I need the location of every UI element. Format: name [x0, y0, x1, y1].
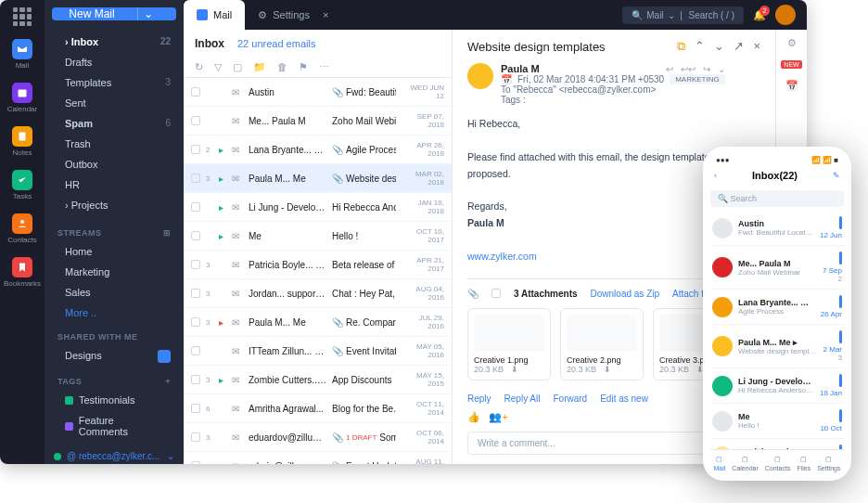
phone-row[interactable]: AustinFwd: Beautiful Locations12 Jun	[710, 211, 844, 246]
refresh-icon[interactable]: ↻	[195, 61, 203, 73]
checkbox[interactable]	[191, 231, 200, 240]
calendar-icon[interactable]: 📅	[785, 80, 798, 92]
checkbox[interactable]	[191, 260, 200, 269]
checkbox[interactable]	[191, 404, 200, 413]
tab-settings[interactable]: ⚙Settings×	[245, 0, 341, 30]
download-zip[interactable]: Download as Zip	[591, 289, 659, 299]
shared-item[interactable]: Designs	[45, 345, 184, 368]
phone-nav-settings[interactable]: ▢Settings	[817, 456, 840, 471]
folder-hr[interactable]: HR	[45, 174, 184, 195]
close-icon[interactable]: ×	[323, 9, 328, 20]
checkbox[interactable]	[191, 87, 200, 97]
rail-bookmarks[interactable]: Bookmarks	[4, 257, 41, 288]
more-link[interactable]: More ..	[45, 303, 184, 323]
phone-nav-contacts[interactable]: ▢Contacts	[765, 456, 791, 471]
rail-contacts[interactable]: Contacts	[7, 213, 37, 244]
mail-row[interactable]: 3▸✉Patricia Boyle... MeBeta release of a…	[184, 251, 452, 279]
checkbox[interactable]	[191, 202, 200, 212]
mail-row[interactable]: ▸✉ITTeam Zillun... Me📎Event Invitation -…	[184, 337, 452, 366]
rail-calendar[interactable]: Calendar	[7, 83, 37, 113]
folder-icon[interactable]: 📁	[253, 61, 266, 73]
phone-row[interactable]: MeHello !10 Oct	[710, 404, 844, 439]
phone-row[interactable]: Me... Paula MZoho Mail Webinar7 Sep2	[710, 246, 844, 290]
reply-icon[interactable]: ↩	[666, 64, 673, 74]
folder-outbox[interactable]: Outbox	[45, 154, 184, 174]
tab-mail[interactable]: Mail	[184, 0, 245, 30]
chevron-down-icon[interactable]: ⌄	[718, 64, 725, 74]
unread-count[interactable]: 22 unread emails	[237, 38, 315, 49]
mail-row[interactable]: ▸✉admin@zillum.c...📎Event Updated - De..…	[184, 452, 452, 464]
filter-icon[interactable]: ▽	[214, 61, 222, 73]
folder-projects[interactable]: › Projects	[45, 195, 184, 215]
mail-row[interactable]: 2▸✉Lana Bryante... Me📎Agile Process ●APR…	[184, 135, 452, 164]
checkbox[interactable]	[191, 375, 200, 384]
phone-nav-mail[interactable]: ▢Mail	[714, 456, 726, 471]
folder-inbox[interactable]: › Inbox22	[45, 32, 184, 52]
mail-row[interactable]: ▸✉Li Jung - DeveloperHi Rebecca Anderson…	[184, 193, 452, 222]
up-icon[interactable]: ⌃	[695, 39, 705, 54]
phone-row[interactable]: Li Jung - DeveloperHi Rebecca Anderson, …	[710, 368, 844, 404]
archive-icon[interactable]: ▢	[233, 61, 242, 73]
expand-icon[interactable]: ↗	[734, 39, 744, 54]
phone-nav-files[interactable]: ▢Files	[797, 456, 811, 471]
phone-row[interactable]: Patricia Boyle... MeBeta release for app…	[710, 439, 844, 449]
mail-row[interactable]: ▸✉Austin📎Fwd: Beautiful locati...WED JUN…	[184, 78, 452, 107]
action-forward[interactable]: Forward	[553, 393, 587, 404]
checkbox[interactable]	[491, 289, 501, 298]
folder-sent[interactable]: Sent	[45, 93, 184, 113]
folder-trash[interactable]: Trash	[45, 134, 184, 154]
action-edit-as-new[interactable]: Edit as new	[600, 393, 648, 404]
popout-icon[interactable]: ⧉	[677, 39, 685, 54]
folder-spam[interactable]: Spam6	[45, 113, 184, 134]
search-input[interactable]: 🔍Mail ⌄ | Search ( / )	[622, 6, 744, 24]
folder-drafts[interactable]: Drafts	[45, 52, 184, 72]
mail-row[interactable]: 6▸✉Amritha Agrawal...Blog for the Be... …	[184, 394, 452, 423]
action-reply[interactable]: Reply	[467, 393, 491, 404]
mail-row[interactable]: ▸✉Me... Paula MZoho Mail Webinar ●SEP 07…	[184, 107, 452, 135]
action-reply-all[interactable]: Reply All	[504, 393, 541, 404]
checkbox[interactable]	[191, 289, 200, 298]
rail-tasks[interactable]: Tasks	[12, 170, 32, 200]
stream-item[interactable]: Home	[45, 241, 184, 262]
down-icon[interactable]: ⌄	[714, 39, 724, 54]
reply-all-icon[interactable]: ↩↩	[681, 64, 696, 74]
mail-row[interactable]: 3▸✉eduardov@zillum.c...📎1 DRAFTSome snap…	[184, 423, 452, 452]
gear-icon[interactable]: ⚙	[787, 37, 797, 49]
user-account[interactable]: @ rebecca@zylker.c...⌄	[45, 442, 184, 464]
mail-row[interactable]: 3▸✉Zombie Cutters... le...App DiscountsM…	[184, 366, 452, 394]
more-icon[interactable]: ⋯	[319, 61, 329, 73]
checkbox[interactable]	[191, 145, 200, 154]
checkbox[interactable]	[191, 174, 200, 183]
checkbox[interactable]	[191, 317, 200, 327]
tag-item[interactable]: Feature Comments	[45, 410, 184, 442]
checkbox[interactable]	[191, 432, 200, 442]
phone-nav-calendar[interactable]: ▢Calendar	[732, 456, 758, 471]
stream-item[interactable]: Sales	[45, 282, 184, 303]
delete-icon[interactable]: 🗑	[277, 61, 287, 73]
checkbox[interactable]	[191, 461, 200, 464]
add-icon[interactable]: ⊞	[163, 228, 172, 238]
bell-icon[interactable]: 🔔2	[753, 9, 766, 21]
chevron-down-icon[interactable]: ⌄	[137, 7, 160, 20]
folder-templates[interactable]: Templates3	[45, 72, 184, 93]
mail-row[interactable]: 3▸✉Jordan... support@z...Chat : Hey Pat,…	[184, 279, 452, 308]
phone-search[interactable]: 🔍 Search	[710, 190, 844, 207]
mail-row[interactable]: ▸✉MeHello !OCT 10, 2017	[184, 222, 452, 251]
phone-row[interactable]: Lana Bryante... Me ▸Agile Process26 Apr	[710, 290, 844, 325]
mail-row[interactable]: 3▸✉Paula M... Me📎Re. Comparison ...JUL 2…	[184, 308, 452, 337]
stream-item[interactable]: Marketing	[45, 262, 184, 282]
checkbox[interactable]	[191, 116, 200, 125]
tag-item[interactable]: Testimonials	[45, 390, 184, 410]
back-icon[interactable]: ‹	[714, 171, 717, 180]
phone-row[interactable]: Paula M... Me ▸Website design templates2…	[710, 325, 844, 368]
compose-icon[interactable]: ✎	[833, 171, 840, 180]
avatar[interactable]	[775, 5, 796, 25]
mail-row[interactable]: 3▸✉Paula M... Me📎Website design temp...M…	[184, 164, 452, 193]
apps-icon[interactable]	[13, 7, 32, 26]
forward-icon[interactable]: ↪	[703, 64, 710, 74]
attachment-card[interactable]: Creative 2.png20.3 KB ⬇	[560, 308, 644, 380]
attachment-card[interactable]: Creative 1.png20.3 KB ⬇	[467, 308, 551, 380]
new-mail-button[interactable]: New Mail⌄	[52, 7, 176, 20]
rail-mail[interactable]: Mail	[12, 39, 32, 70]
rail-notes[interactable]: Notes	[12, 126, 32, 157]
